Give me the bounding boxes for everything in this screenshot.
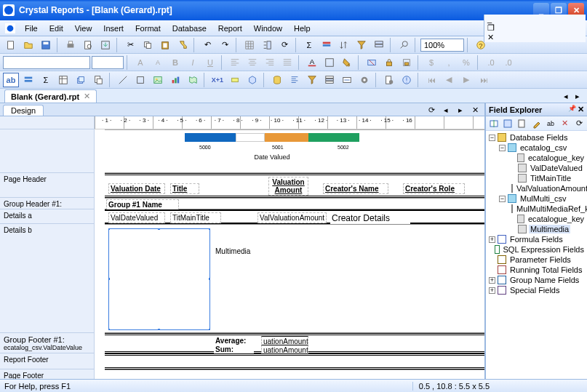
font-size-combo[interactable] bbox=[92, 56, 124, 69]
twisty-icon[interactable]: + bbox=[489, 287, 495, 294]
menu-file[interactable]: File bbox=[19, 23, 44, 34]
chart-object[interactable]: 5000 5001 5002 Date Valued bbox=[177, 133, 367, 162]
rename-field-icon[interactable]: ab bbox=[544, 116, 557, 131]
twisty-icon[interactable]: + bbox=[489, 277, 495, 284]
browse-field-icon[interactable] bbox=[502, 116, 515, 131]
underline-icon[interactable]: U bbox=[202, 55, 218, 70]
insert-sum-icon[interactable]: Σ bbox=[38, 73, 54, 87]
select-expert-icon[interactable] bbox=[354, 38, 370, 52]
doc-tab-scroll-left-icon[interactable]: ◂ bbox=[561, 91, 571, 101]
menu-report[interactable]: Report bbox=[212, 23, 248, 34]
node-group-fields[interactable]: Group Name Fields bbox=[508, 276, 580, 284]
menu-window[interactable]: Window bbox=[248, 23, 288, 34]
subreport-creator-details[interactable]: Creator Details bbox=[330, 212, 410, 224]
menu-insert[interactable]: Insert bbox=[97, 23, 129, 34]
delete-field-icon[interactable]: ✕ bbox=[559, 116, 572, 131]
edit-field-icon[interactable] bbox=[530, 116, 543, 131]
refresh-view-icon[interactable]: ⟳ bbox=[425, 104, 438, 116]
mdi-close-button[interactable]: ✕ bbox=[484, 33, 586, 42]
insert-field-icon[interactable] bbox=[487, 116, 500, 131]
menu-database[interactable]: Database bbox=[167, 23, 212, 34]
node-field[interactable]: TitMainTitle bbox=[529, 174, 572, 183]
insert-group-icon[interactable] bbox=[20, 73, 36, 87]
lock-format-icon[interactable] bbox=[381, 55, 397, 70]
save-icon[interactable] bbox=[38, 38, 54, 52]
view-close-icon[interactable]: ✕ bbox=[468, 104, 482, 116]
menu-format[interactable]: Format bbox=[129, 23, 167, 34]
node-special-fields[interactable]: Special Fields bbox=[508, 286, 561, 295]
help-icon[interactable]: ? bbox=[473, 38, 489, 52]
field-titmaintitle[interactable]: TitMainTitle bbox=[170, 212, 221, 223]
nav-last-icon[interactable]: ⏭ bbox=[476, 73, 492, 87]
export-icon[interactable] bbox=[97, 38, 113, 52]
toggle-group-tree-icon[interactable] bbox=[259, 38, 275, 52]
header-valuation-amount[interactable]: Valuation Amount bbox=[268, 177, 308, 196]
field-valdatevalued[interactable]: ValDateValued bbox=[108, 212, 165, 223]
design-canvas[interactable]: · 1 · · 2 · · 3 · · 4 · · 5 · · 6 · · 7 … bbox=[95, 116, 484, 379]
align-left-icon[interactable] bbox=[227, 55, 243, 70]
font-grow-icon[interactable]: A bbox=[132, 55, 148, 70]
panel-pin-icon[interactable]: 📌 bbox=[568, 105, 576, 114]
print-icon[interactable] bbox=[63, 38, 79, 52]
tab-design[interactable]: Design bbox=[3, 105, 44, 116]
node-field-multimedia[interactable]: Multimedia bbox=[529, 225, 570, 233]
menu-view[interactable]: View bbox=[69, 23, 98, 34]
find-icon[interactable] bbox=[396, 38, 412, 52]
insert-picture-icon[interactable] bbox=[150, 73, 166, 87]
section-report-header[interactable] bbox=[0, 129, 94, 173]
section-page-footer[interactable]: Page Footer bbox=[0, 369, 94, 379]
header-creators-name[interactable]: Creator's Name bbox=[323, 183, 388, 194]
options-icon[interactable] bbox=[356, 73, 372, 87]
open-icon[interactable] bbox=[20, 38, 36, 52]
database-expert-icon[interactable] bbox=[269, 73, 285, 87]
undo-icon[interactable]: ↶ bbox=[199, 38, 215, 52]
fill-color-icon[interactable] bbox=[339, 55, 355, 70]
redo-icon[interactable]: ↷ bbox=[217, 38, 233, 52]
align-justify-icon[interactable] bbox=[279, 55, 295, 70]
header-creators-role[interactable]: Creator's Role bbox=[403, 183, 465, 194]
node-field[interactable]: ecatalogue_key bbox=[527, 215, 586, 223]
node-param-fields[interactable]: Parameter Fields bbox=[508, 255, 572, 264]
format-painter-icon[interactable] bbox=[175, 38, 191, 52]
section-expert-icon[interactable] bbox=[371, 38, 387, 52]
node-field[interactable]: ValValuationAmount bbox=[515, 184, 587, 193]
node-formula-fields[interactable]: Formula Fields bbox=[508, 235, 564, 244]
refresh-field-icon[interactable]: ⟳ bbox=[572, 116, 586, 131]
insert-summary-icon[interactable]: Σ bbox=[301, 38, 317, 52]
document-tab-close-icon[interactable]: ✕ bbox=[84, 92, 90, 101]
node-field[interactable]: MulMultiMediaRef_key bbox=[515, 204, 587, 213]
field-explorer-tree[interactable]: −Database Fields −ecatalog_csv ecatalogu… bbox=[486, 131, 587, 379]
node-table-mulmulti[interactable]: MulMulti_csv bbox=[519, 194, 568, 203]
font-shrink-icon[interactable]: A bbox=[150, 55, 166, 70]
menu-help[interactable]: Help bbox=[288, 23, 316, 34]
zoom-combo[interactable] bbox=[420, 39, 464, 52]
insert-box-icon[interactable] bbox=[132, 73, 148, 87]
font-color-icon[interactable]: A bbox=[304, 55, 320, 70]
thousands-icon[interactable]: , bbox=[441, 55, 457, 70]
nav-prev-icon[interactable]: ◀ bbox=[441, 73, 457, 87]
formula-workshop-icon[interactable]: X+1 bbox=[209, 73, 225, 87]
paste-icon[interactable] bbox=[157, 38, 173, 52]
align-center-icon[interactable] bbox=[244, 55, 260, 70]
font-combo[interactable] bbox=[3, 56, 90, 69]
node-database-fields[interactable]: Database Fields bbox=[508, 133, 570, 142]
alerting-icon[interactable] bbox=[399, 73, 415, 87]
section-expert-2-icon[interactable] bbox=[322, 73, 338, 87]
twisty-icon[interactable]: − bbox=[489, 135, 495, 141]
insert-line-icon[interactable] bbox=[115, 73, 131, 87]
mdi-minimize-button[interactable]: _ bbox=[484, 15, 586, 23]
preview-icon[interactable] bbox=[80, 38, 96, 52]
node-running-fields[interactable]: Running Total Fields bbox=[508, 265, 583, 274]
node-table-ecatalog[interactable]: ecatalog_csv bbox=[519, 143, 568, 152]
new-icon[interactable] bbox=[3, 38, 19, 52]
decrease-decimal-icon[interactable]: .0 bbox=[500, 55, 516, 70]
italic-icon[interactable]: I bbox=[185, 55, 201, 70]
group-name-field[interactable]: Group #1 Name bbox=[106, 199, 179, 210]
node-field[interactable]: ecatalogue_key bbox=[527, 153, 586, 162]
highlight-expert-icon[interactable] bbox=[227, 73, 243, 87]
currency-icon[interactable]: $ bbox=[423, 55, 439, 70]
twisty-icon[interactable]: + bbox=[489, 236, 495, 243]
section-page-header[interactable]: Page Header bbox=[0, 173, 94, 198]
insert-crosstab-icon[interactable] bbox=[55, 73, 71, 87]
field-valvaluationamount[interactable]: ValValuationAmount bbox=[257, 212, 327, 223]
